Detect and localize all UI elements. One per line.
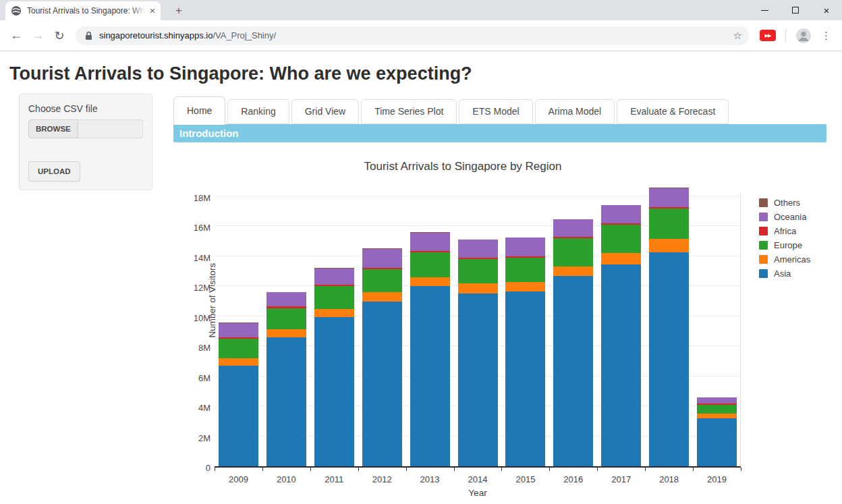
bar-segment-oceania-2009[interactable]	[219, 323, 258, 337]
close-icon: ×	[824, 5, 830, 16]
bar-segment-americas-2012[interactable]	[362, 292, 402, 301]
tab-ets-model[interactable]: ETS Model	[459, 99, 532, 124]
bar-segment-asia-2014[interactable]	[458, 293, 498, 466]
bar-segment-americas-2017[interactable]	[601, 253, 641, 264]
bar-segment-oceania-2011[interactable]	[314, 269, 354, 285]
bar-2013[interactable]	[410, 232, 450, 466]
bar-segment-europe-2013[interactable]	[410, 252, 450, 277]
bar-segment-asia-2016[interactable]	[553, 276, 593, 466]
y-tick-label: 4M	[198, 403, 210, 413]
x-axis-tick	[262, 468, 263, 471]
bar-segment-oceania-2018[interactable]	[649, 188, 689, 207]
bar-segment-asia-2017[interactable]	[601, 264, 641, 466]
bar-segment-asia-2013[interactable]	[410, 286, 450, 466]
back-button[interactable]: ←	[5, 28, 27, 43]
reload-button[interactable]: ↻	[49, 28, 70, 43]
bar-segment-americas-2015[interactable]	[505, 282, 545, 291]
legend-item-asia[interactable]: Asia	[759, 269, 826, 279]
tab-grid-view[interactable]: Grid View	[291, 99, 359, 124]
bar-segment-asia-2011[interactable]	[314, 317, 354, 466]
bar-segment-asia-2019[interactable]	[697, 418, 737, 466]
bar-segment-europe-2015[interactable]	[505, 258, 545, 282]
browser-menu-icon[interactable]: ⋮	[821, 30, 831, 42]
tab-time-series-plot[interactable]: Time Series Plot	[361, 99, 457, 124]
profile-avatar-icon[interactable]	[795, 28, 812, 44]
bar-2012[interactable]	[362, 248, 402, 466]
bar-segment-europe-2017[interactable]	[601, 225, 641, 253]
window-maximize-button[interactable]	[780, 0, 811, 20]
bar-segment-asia-2018[interactable]	[649, 252, 689, 466]
y-tick-label: 12M	[194, 283, 210, 293]
legend-item-oceania[interactable]: Oceania	[759, 212, 826, 222]
bar-segment-americas-2010[interactable]	[266, 329, 306, 337]
tab-evaluate-forecast[interactable]: Evaluate & Forecast	[617, 99, 729, 124]
bar-segment-americas-2013[interactable]	[410, 277, 450, 286]
bar-segment-oceania-2019[interactable]	[697, 397, 737, 403]
url-bar[interactable]: singaporetourist.shinyapps.io/VA_Proj_Sh…	[76, 26, 749, 45]
legend-item-africa[interactable]: Africa	[759, 226, 826, 236]
bar-segment-europe-2012[interactable]	[362, 269, 402, 292]
bar-segment-europe-2019[interactable]	[697, 405, 737, 414]
bar-segment-americas-2018[interactable]	[649, 239, 689, 252]
bookmark-star-icon[interactable]: ☆	[733, 30, 742, 42]
bar-2009[interactable]	[219, 323, 258, 466]
csv-upload-panel: Choose CSV file BROWSE UPLOAD	[19, 94, 152, 190]
bar-segment-oceania-2012[interactable]	[362, 249, 402, 268]
bar-segment-americas-2016[interactable]	[553, 267, 593, 275]
bar-segment-europe-2010[interactable]	[266, 308, 306, 329]
bar-segment-oceania-2014[interactable]	[458, 240, 498, 258]
bar-segment-europe-2009[interactable]	[219, 339, 258, 358]
x-tick-label: 2010	[277, 474, 296, 484]
tab-close-icon[interactable]: ×	[150, 6, 155, 16]
others-swatch-icon	[759, 198, 768, 207]
bar-segment-americas-2019[interactable]	[697, 414, 737, 418]
bar-2017[interactable]	[601, 205, 641, 466]
bar-2016[interactable]	[553, 219, 593, 466]
plot-area[interactable]: 2009201020112012201320142015201620172018…	[215, 198, 741, 468]
y-tick-label: 0	[206, 463, 210, 473]
bar-2018[interactable]	[649, 188, 689, 466]
upload-button[interactable]: UPLOAD	[28, 161, 80, 181]
bar-segment-europe-2014[interactable]	[458, 259, 498, 283]
bar-segment-asia-2010[interactable]	[266, 337, 306, 466]
bar-segment-americas-2009[interactable]	[219, 358, 258, 366]
bar-segment-oceania-2015[interactable]	[505, 237, 545, 256]
bar-segment-oceania-2010[interactable]	[266, 292, 306, 306]
tab-ranking[interactable]: Ranking	[227, 99, 289, 124]
bar-segment-oceania-2016[interactable]	[553, 219, 593, 237]
x-tick-label: 2011	[325, 474, 343, 484]
x-axis-tick	[741, 468, 741, 471]
youtube-extension-icon[interactable]: ▶▶	[760, 30, 776, 41]
bar-segment-oceania-2013[interactable]	[410, 233, 450, 251]
minimize-icon	[761, 10, 768, 11]
legend-item-others[interactable]: Others	[759, 198, 826, 208]
bar-2010[interactable]	[266, 292, 306, 466]
tab-home[interactable]: Home	[173, 96, 225, 125]
legend-item-americas[interactable]: Americas	[759, 254, 826, 264]
bar-segment-asia-2015[interactable]	[505, 291, 545, 466]
bar-segment-oceania-2017[interactable]	[601, 205, 641, 223]
y-tick-label: 8M	[198, 343, 210, 353]
browse-button[interactable]: BROWSE	[28, 119, 78, 138]
browser-tab[interactable]: Tourist Arrivals to Singapore: Wh ×	[5, 1, 161, 20]
bar-segment-europe-2018[interactable]	[649, 208, 689, 240]
legend-item-europe[interactable]: Europe	[759, 240, 826, 250]
window-minimize-button[interactable]	[749, 0, 780, 20]
x-tick-label: 2016	[563, 474, 583, 484]
x-axis-tick	[454, 468, 455, 471]
bar-2011[interactable]	[314, 268, 354, 466]
bar-segment-europe-2016[interactable]	[553, 238, 593, 267]
new-tab-button[interactable]: +	[170, 4, 188, 20]
bar-2015[interactable]	[505, 237, 545, 466]
window-close-button[interactable]: ×	[811, 0, 842, 20]
bar-segment-europe-2011[interactable]	[314, 286, 354, 308]
bar-segment-americas-2014[interactable]	[458, 283, 498, 294]
forward-button[interactable]: →	[27, 28, 49, 43]
file-name-field[interactable]	[78, 119, 143, 138]
bar-2019[interactable]	[697, 397, 737, 466]
bar-segment-asia-2009[interactable]	[219, 366, 258, 466]
bar-segment-americas-2011[interactable]	[314, 309, 354, 317]
bar-2014[interactable]	[458, 240, 498, 466]
bar-segment-asia-2012[interactable]	[362, 302, 402, 466]
tab-arima-model[interactable]: Arima Model	[535, 99, 615, 124]
